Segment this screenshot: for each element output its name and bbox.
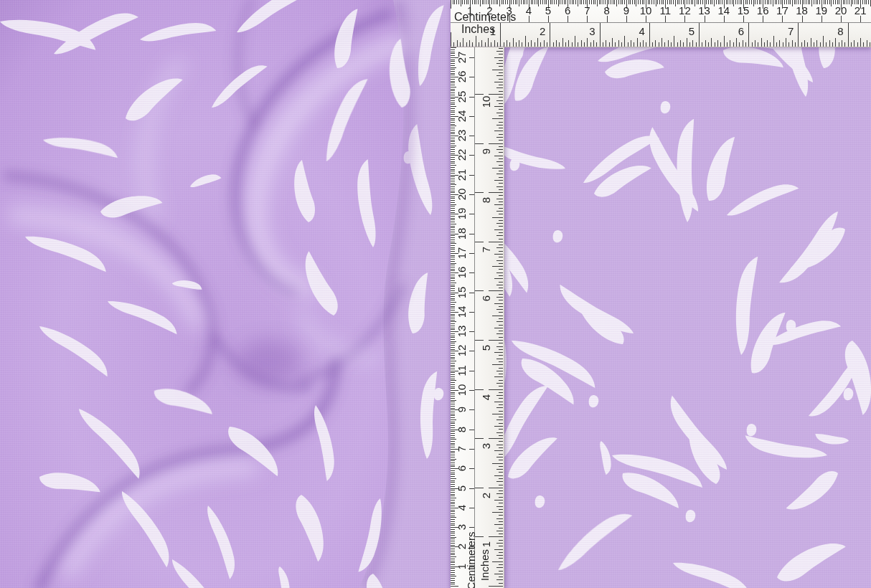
cm-mm-tick xyxy=(851,0,852,6)
cm-number: 8 xyxy=(456,426,467,432)
sixteenth-tick xyxy=(776,42,777,47)
cm-tick xyxy=(705,16,705,22)
sixteenth-tick xyxy=(492,118,503,119)
sixteenth-tick xyxy=(492,266,503,267)
cm-mm-tick xyxy=(482,0,483,4)
cm-mm-tick xyxy=(558,0,559,6)
sixteenth-tick xyxy=(496,51,503,52)
cm-mm-tick xyxy=(451,63,455,64)
cm-mm-tick xyxy=(451,204,456,205)
cm-mm-tick xyxy=(451,482,455,483)
cm-tick xyxy=(607,16,608,22)
cm-number: 13 xyxy=(698,5,710,16)
inch-tick xyxy=(649,23,650,32)
cm-mm-tick xyxy=(451,226,455,227)
cm-mm-tick xyxy=(451,55,455,56)
sixteenth-tick xyxy=(496,531,503,531)
sixteenth-tick xyxy=(581,40,582,47)
cm-tick xyxy=(489,16,490,22)
cm-tick xyxy=(724,16,725,22)
cm-tick xyxy=(469,57,474,58)
cm-mm-tick xyxy=(552,0,552,4)
flat-fabric-photo xyxy=(451,0,871,588)
cm-mm-tick xyxy=(451,490,455,490)
sixteenth-tick xyxy=(857,42,858,47)
cm-mm-tick xyxy=(451,495,455,496)
sixteenth-tick xyxy=(499,386,504,387)
cm-mm-tick xyxy=(451,500,455,501)
inch-number: 5 xyxy=(689,26,695,37)
cm-mm-tick xyxy=(451,523,455,524)
cm-mm-tick xyxy=(451,447,455,447)
sixteenth-tick xyxy=(516,42,517,47)
cm-mm-tick xyxy=(755,0,755,4)
cm-mm-tick xyxy=(451,75,455,75)
cm-mm-tick xyxy=(451,122,455,123)
sixteenth-tick xyxy=(496,445,503,445)
sixteenth-tick xyxy=(499,404,504,405)
cm-mm-tick xyxy=(451,414,455,414)
sixteenth-tick xyxy=(499,490,504,491)
sixteenth-tick xyxy=(795,42,796,47)
cm-mm-tick xyxy=(733,0,734,6)
cm-mm-tick xyxy=(599,0,600,4)
cm-mm-tick xyxy=(656,0,656,6)
cm-number: 2 xyxy=(486,5,492,16)
sixteenth-tick xyxy=(499,66,504,67)
cm-mm-tick xyxy=(554,0,555,4)
cm-mm-tick xyxy=(451,470,455,471)
sixteenth-tick xyxy=(717,40,718,47)
cm-mm-tick xyxy=(451,398,455,399)
inch-tick xyxy=(475,488,484,488)
cm-number: 9 xyxy=(623,5,629,16)
sixteenth-tick xyxy=(492,561,503,562)
sixteenth-tick xyxy=(496,395,503,396)
cm-tick xyxy=(469,234,474,234)
sixteenth-tick xyxy=(499,423,504,424)
cm-mm-tick xyxy=(451,202,455,203)
cm-tick xyxy=(568,16,568,22)
sixteenth-tick xyxy=(499,392,504,393)
sixteenth-tick xyxy=(499,97,504,98)
sixteenth-tick xyxy=(727,42,728,47)
cm-mm-tick xyxy=(451,232,455,232)
cm-mm-tick xyxy=(451,124,455,125)
cm-mm-tick xyxy=(454,0,455,4)
cm-tick xyxy=(860,16,861,22)
sixteenth-tick xyxy=(496,407,503,408)
sixteenth-tick xyxy=(804,40,805,47)
cm-mm-tick xyxy=(451,283,456,283)
inch-tick xyxy=(475,94,484,95)
sixteenth-tick xyxy=(489,586,503,587)
sixteenth-tick xyxy=(816,40,817,47)
cm-tick xyxy=(469,77,474,77)
sixteenth-tick xyxy=(492,512,503,513)
sixteenth-tick xyxy=(745,42,746,47)
sixteenth-tick xyxy=(499,257,504,257)
cm-mm-tick xyxy=(618,0,619,4)
sixteenth-tick xyxy=(494,500,503,501)
sixteenth-tick xyxy=(485,42,486,47)
sixteenth-tick xyxy=(572,42,573,47)
cm-mm-tick xyxy=(451,559,455,559)
cm-mm-tick xyxy=(562,0,562,4)
sixteenth-tick xyxy=(499,72,504,73)
inch-number: 6 xyxy=(738,26,744,37)
sixteenth-tick xyxy=(584,42,585,47)
sixteenth-tick xyxy=(499,540,504,541)
cm-tick xyxy=(763,16,763,22)
sixteenth-tick xyxy=(451,32,451,47)
cm-number: 3 xyxy=(506,5,512,16)
cm-mm-tick xyxy=(451,184,456,185)
cm-number: 16 xyxy=(757,5,769,16)
sixteenth-tick xyxy=(499,331,504,331)
cm-mm-tick xyxy=(453,0,453,4)
cm-mm-tick xyxy=(451,60,455,60)
sixteenth-tick xyxy=(499,128,504,128)
inch-number: 8 xyxy=(481,197,491,203)
cm-mm-tick xyxy=(451,278,455,279)
sixteenth-tick xyxy=(525,36,526,47)
sixteenth-tick xyxy=(496,113,503,113)
cm-mm-tick xyxy=(451,326,455,326)
cm-mm-tick xyxy=(517,0,517,4)
